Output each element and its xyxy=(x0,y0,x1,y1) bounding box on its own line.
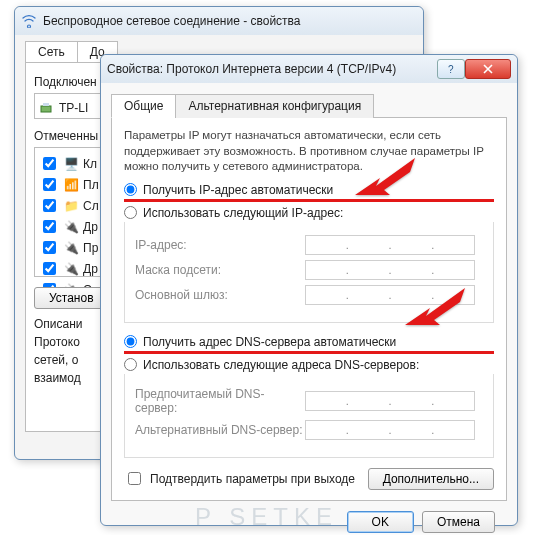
close-button[interactable] xyxy=(465,59,511,79)
ip-address-label: IP-адрес: xyxy=(135,238,305,252)
gateway-label: Основной шлюз: xyxy=(135,288,305,302)
dns-pref-label: Предпочитаемый DNS-сервер: xyxy=(135,387,305,415)
titlebar-front[interactable]: Свойства: Протокол Интернета версии 4 (T… xyxy=(101,55,517,83)
dns-alt-field: ... xyxy=(305,420,475,440)
subnet-mask-field: ... xyxy=(305,260,475,280)
protocol-icon: 🔌 xyxy=(63,219,79,235)
component-label: Пл xyxy=(83,178,99,192)
component-label: Др xyxy=(83,262,98,276)
component-label: Сл xyxy=(83,199,99,213)
service-icon: 📁 xyxy=(63,198,79,214)
dns-auto-radio[interactable] xyxy=(124,335,137,348)
watermark: P SETKE xyxy=(195,503,338,531)
component-label: Кл xyxy=(83,157,97,171)
subnet-mask-label: Маска подсети: xyxy=(135,263,305,277)
protocol-icon: 🔌 xyxy=(63,240,79,256)
validate-on-exit-label: Подтвердить параметры при выходе xyxy=(150,472,355,486)
component-checkbox[interactable] xyxy=(43,199,56,212)
annotation-underline xyxy=(124,199,494,202)
component-label: Пр xyxy=(83,241,98,255)
ip-manual-label: Использовать следующий IP-адрес: xyxy=(143,206,343,220)
description-text: Параметры IP могут назначаться автоматич… xyxy=(124,128,494,175)
help-icon: ? xyxy=(446,64,456,74)
dns-manual-radio[interactable] xyxy=(124,358,137,371)
install-button[interactable]: Установ xyxy=(34,287,109,309)
adapter-name: TP-LI xyxy=(59,101,88,115)
ok-button[interactable]: OK xyxy=(347,511,414,533)
component-checkbox[interactable] xyxy=(43,157,56,170)
protocol-icon: 🔌 xyxy=(63,261,79,277)
ip-auto-radio[interactable] xyxy=(124,183,137,196)
component-checkbox[interactable] xyxy=(43,241,56,254)
client-icon: 🖥️ xyxy=(63,156,79,172)
ipv4-properties-window: Свойства: Протокол Интернета версии 4 (T… xyxy=(100,54,518,526)
dns-alt-label: Альтернативный DNS-сервер: xyxy=(135,423,305,437)
title-front: Свойства: Протокол Интернета версии 4 (T… xyxy=(107,62,396,76)
cancel-button[interactable]: Отмена xyxy=(422,511,495,533)
tab-alt-config[interactable]: Альтернативная конфигурация xyxy=(175,94,374,118)
ip-address-field: ... xyxy=(305,235,475,255)
advanced-button[interactable]: Дополнительно... xyxy=(368,468,494,490)
tab-general[interactable]: Общие xyxy=(111,94,176,118)
help-button[interactable]: ? xyxy=(437,59,465,79)
close-icon xyxy=(482,64,494,74)
dns-auto-label: Получить адрес DNS-сервера автоматически xyxy=(143,335,396,349)
dns-pref-field: ... xyxy=(305,391,475,411)
gateway-field: ... xyxy=(305,285,475,305)
title-back: Беспроводное сетевое соединение - свойст… xyxy=(43,14,301,28)
adapter-icon xyxy=(39,100,55,116)
component-checkbox[interactable] xyxy=(43,178,56,191)
titlebar-back[interactable]: Беспроводное сетевое соединение - свойст… xyxy=(15,7,423,35)
dns-manual-label: Использовать следующие адреса DNS-сервер… xyxy=(143,358,419,372)
wireless-icon xyxy=(21,13,37,29)
annotation-underline xyxy=(124,351,494,354)
ip-manual-radio[interactable] xyxy=(124,206,137,219)
svg-rect-1 xyxy=(43,103,49,106)
component-label: Др xyxy=(83,220,98,234)
component-checkbox[interactable] xyxy=(43,220,56,233)
svg-rect-0 xyxy=(41,106,51,112)
validate-on-exit-checkbox[interactable] xyxy=(128,472,141,485)
svg-text:?: ? xyxy=(448,64,454,74)
ip-auto-label: Получить IP-адрес автоматически xyxy=(143,183,333,197)
component-checkbox[interactable] xyxy=(43,262,56,275)
scheduler-icon: 📶 xyxy=(63,177,79,193)
tab-network[interactable]: Сеть xyxy=(25,41,78,62)
